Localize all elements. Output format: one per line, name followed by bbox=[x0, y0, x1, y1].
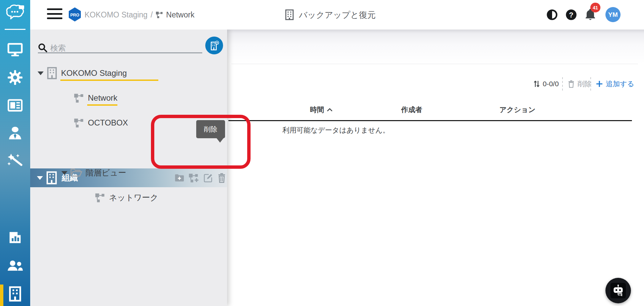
sidebar-item-user[interactable] bbox=[0, 124, 30, 143]
breadcrumb-org[interactable]: KOKOMO Staging bbox=[85, 10, 148, 19]
hamburger-bar bbox=[47, 13, 62, 15]
top-header: PRO KOKOMO Staging / Network バックアップと復元 ? bbox=[30, 0, 644, 30]
tree-node-label: 階層ビュー bbox=[86, 167, 126, 178]
tree-search bbox=[37, 38, 220, 58]
organization-building-icon bbox=[8, 286, 22, 302]
pagination-range[interactable]: 0-0/0 bbox=[533, 76, 559, 92]
user-tie-icon bbox=[8, 126, 22, 141]
trash-icon bbox=[568, 80, 575, 88]
tree-node-label: OCTOBOX bbox=[88, 118, 128, 128]
pro-badge: PRO bbox=[68, 7, 82, 22]
hamburger-bar bbox=[47, 8, 62, 10]
column-header-time[interactable]: 時間 bbox=[310, 105, 333, 115]
network-icon bbox=[74, 93, 84, 103]
building-plus-icon bbox=[210, 41, 219, 51]
robot-icon bbox=[610, 283, 626, 298]
tree-node-label: ネットワーク bbox=[109, 192, 158, 203]
active-node-underline bbox=[60, 80, 158, 81]
toolbar-separator bbox=[590, 77, 591, 91]
report-chart-icon bbox=[8, 230, 22, 245]
breadcrumb-separator: / bbox=[151, 10, 153, 19]
theme-contrast-button[interactable] bbox=[546, 9, 558, 21]
caret-down-icon bbox=[61, 171, 67, 175]
hamburger-bar bbox=[47, 17, 62, 19]
delete-button-label: 削除 bbox=[578, 79, 592, 89]
empty-table-message: 利用可能なデータはありません。 bbox=[282, 125, 389, 135]
tree-node-kokomo-staging[interactable]: KOKOMO Staging bbox=[30, 66, 227, 81]
settings-gear-icon bbox=[7, 70, 23, 85]
tree-node-network[interactable]: Network bbox=[30, 91, 227, 105]
pagination-range-label: 0-0/0 bbox=[543, 80, 559, 88]
tree-node-label: Network bbox=[88, 93, 117, 103]
magic-wand-icon bbox=[7, 153, 23, 169]
app-logo[interactable] bbox=[0, 3, 30, 21]
contrast-icon bbox=[546, 9, 558, 21]
building-icon bbox=[46, 67, 58, 80]
caret-down-icon bbox=[38, 71, 44, 75]
svg-text:PRO: PRO bbox=[70, 13, 79, 17]
building-icon bbox=[284, 9, 294, 20]
sort-arrows-icon bbox=[533, 80, 540, 88]
hamburger-menu-button[interactable] bbox=[47, 8, 62, 19]
tree-node-label: KOKOMO Staging bbox=[61, 68, 127, 78]
sidebar-item-users-group[interactable] bbox=[0, 256, 30, 275]
tree-node-network-jp[interactable]: ネットワーク bbox=[30, 190, 227, 205]
chat-cloud-logo-icon bbox=[5, 3, 25, 21]
sidebar-item-settings[interactable] bbox=[0, 68, 30, 87]
page-title-wrap: バックアップと復元 bbox=[284, 0, 376, 30]
toolbar-separator bbox=[562, 77, 563, 91]
breadcrumb: KOKOMO Staging / Network bbox=[85, 0, 195, 30]
header-shadow bbox=[227, 30, 644, 64]
add-button-label: 追加する bbox=[606, 79, 634, 89]
news-card-icon bbox=[7, 99, 23, 112]
page-title: バックアップと復元 bbox=[299, 9, 376, 20]
delete-tooltip: 削除 bbox=[196, 120, 225, 138]
table-header-rule bbox=[228, 120, 632, 121]
sidebar-item-wizard[interactable] bbox=[0, 152, 30, 170]
open-folder-icon bbox=[70, 168, 82, 178]
sidebar-item-reports[interactable] bbox=[0, 228, 30, 247]
content-divider bbox=[231, 64, 638, 64]
sidebar-item-organization[interactable] bbox=[0, 285, 30, 303]
left-sidebar bbox=[0, 0, 30, 306]
active-node-underline bbox=[87, 104, 117, 106]
people-icon bbox=[7, 259, 23, 272]
network-icon bbox=[74, 118, 84, 128]
network-icon bbox=[95, 193, 105, 203]
column-header-creator-label: 作成者 bbox=[401, 105, 422, 114]
sidebar-active-indicator bbox=[0, 285, 3, 306]
column-header-action: アクション bbox=[499, 105, 535, 115]
plus-icon bbox=[596, 80, 603, 88]
help-button[interactable]: ? bbox=[565, 9, 577, 21]
sidebar-divider bbox=[5, 29, 25, 30]
column-header-time-label: 時間 bbox=[310, 105, 324, 114]
tooltip-arrow bbox=[216, 138, 224, 143]
network-icon bbox=[156, 11, 163, 18]
chevron-up-icon bbox=[327, 108, 333, 112]
breadcrumb-current[interactable]: Network bbox=[166, 10, 194, 19]
monitor-icon bbox=[7, 43, 23, 57]
notification-count-badge: 41 bbox=[590, 3, 600, 12]
app-root: PRO KOKOMO Staging / Network バックアップと復元 ? bbox=[0, 0, 644, 306]
svg-text:?: ? bbox=[569, 11, 573, 19]
search-underline bbox=[38, 52, 202, 53]
search-icon bbox=[38, 43, 48, 53]
column-header-action-label: アクション bbox=[499, 105, 535, 114]
chatbot-fab-button[interactable] bbox=[605, 278, 631, 303]
question-mark-icon: ? bbox=[565, 9, 577, 21]
add-organization-button[interactable] bbox=[205, 37, 223, 54]
sidebar-item-monitor[interactable] bbox=[0, 40, 30, 59]
avatar[interactable]: YM bbox=[605, 7, 621, 22]
tree-node-hierarchy-view[interactable]: 階層ビュー bbox=[30, 165, 227, 180]
sidebar-item-news[interactable] bbox=[0, 96, 30, 115]
column-header-creator: 作成者 bbox=[401, 105, 422, 115]
organization-tree-panel: KOKOMO Staging Network OCTOBOX bbox=[30, 30, 227, 306]
add-button[interactable]: 追加する bbox=[596, 76, 634, 92]
delete-button[interactable]: 削除 bbox=[568, 76, 592, 92]
